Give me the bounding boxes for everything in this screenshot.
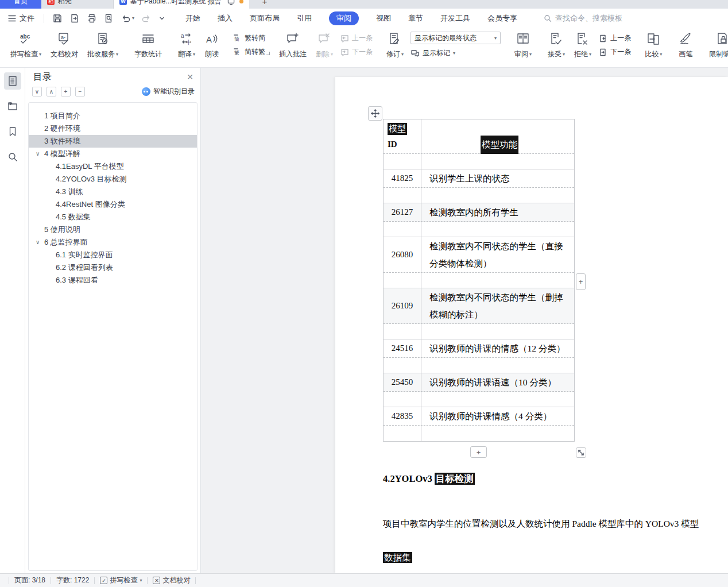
toc-item[interactable]: 3 软件环境: [29, 135, 197, 148]
menu-item-references[interactable]: 引用: [297, 13, 312, 24]
statusbar-spell-check[interactable]: ✓ 拼写检查 ▾: [100, 576, 142, 585]
toc-item[interactable]: 4.1EasyDL 平台模型: [29, 160, 197, 173]
section-heading: 4.2YOLOv3 目标检测: [383, 473, 475, 485]
toc-item[interactable]: 4.3 训练: [29, 186, 197, 198]
table-row[interactable]: 26109检测教室内不同状态的学生（删掉模糊的标注）: [384, 288, 574, 324]
expand-all-button[interactable]: ∨: [32, 87, 42, 96]
menu-item-section[interactable]: 章节: [408, 13, 423, 24]
simp-to-trad-button[interactable]: 繁 简转繁: [233, 47, 265, 57]
document-canvas[interactable]: 模型 ID 模型功能 41825识别学生上课的状态26127检测教室内的所有学生…: [201, 68, 728, 573]
dialog-launcher-icon[interactable]: [266, 52, 270, 55]
rail-search-button[interactable]: [4, 148, 21, 165]
toc-item[interactable]: 5 使用说明: [29, 223, 197, 236]
menu-item-page-layout[interactable]: 页面布局: [250, 13, 280, 24]
eye-protect-icon[interactable]: [227, 0, 235, 5]
document-page[interactable]: 模型 ID 模型功能 41825识别学生上课的状态26127检测教室内的所有学生…: [335, 77, 728, 573]
next-comment-button[interactable]: 下一条: [340, 47, 373, 57]
new-tab-button[interactable]: +: [256, 0, 273, 9]
tab-document[interactable]: W 基于Paddle...时监测系统 报告: [114, 0, 249, 9]
toc-item-label: 4.5 数据集: [56, 213, 91, 221]
menu-item-member[interactable]: 会员专享: [487, 13, 517, 24]
brush-button[interactable]: 画笔: [678, 32, 693, 59]
add-column-button[interactable]: +: [576, 273, 586, 290]
table-resize-handle[interactable]: [576, 447, 586, 458]
undo-button[interactable]: ▾: [121, 14, 134, 23]
toc-item[interactable]: 4.4RestNet 图像分类: [29, 198, 197, 211]
model-id-cell: 25450: [384, 373, 421, 391]
table-row[interactable]: 24516识别教师的讲课的情感（12 分类）: [384, 339, 574, 358]
toc-item[interactable]: 6.3 课程回看: [29, 274, 197, 287]
markup-state-dropdown[interactable]: 显示标记的最终状态 ▾: [411, 32, 501, 44]
toc-item[interactable]: 2 硬件环境: [29, 122, 197, 135]
accept-button[interactable]: 接受▾: [548, 32, 565, 59]
tab-home[interactable]: 首页: [0, 0, 41, 9]
table-move-handle[interactable]: [368, 106, 382, 121]
spell-check-button[interactable]: abc 拼写检查▾: [10, 32, 41, 59]
menu-item-view[interactable]: 视图: [376, 13, 391, 24]
divider: [195, 577, 196, 584]
table-row[interactable]: 25450识别教师的讲课语速（10 分类）: [384, 373, 574, 392]
spacer-cell: [421, 154, 574, 169]
chevron-down-icon[interactable]: ∨: [36, 236, 40, 249]
toc-item[interactable]: 4.2YOLOv3 目标检测: [29, 173, 197, 186]
menu-item-start[interactable]: 开始: [185, 13, 200, 24]
menu-item-review[interactable]: 审阅: [329, 11, 359, 25]
model-id-cell: 26127: [384, 203, 421, 221]
trad-to-simp-button[interactable]: 简 繁转简: [233, 33, 265, 43]
menu-item-insert[interactable]: 插入: [218, 13, 233, 24]
smart-toc-button[interactable]: 智能识别目录: [142, 87, 195, 96]
toc-item[interactable]: ∨6 总监控界面: [29, 236, 197, 249]
read-aloud-button[interactable]: A 朗读: [204, 32, 219, 59]
save-icon[interactable]: [52, 13, 63, 24]
delete-comment-button[interactable]: 删除▾: [316, 32, 333, 59]
doc-proof-button[interactable]: a- 文档校对: [51, 32, 78, 59]
reject-button[interactable]: 拒绝▾: [574, 32, 591, 59]
menu-bar: 文件 ▾ 开始 插入 页面布局 引用 审阅 视图 章节 开发工具 会员专享 查找…: [0, 9, 728, 28]
prev-comment-button[interactable]: 上一条: [340, 33, 373, 43]
close-icon[interactable]: ✕: [187, 72, 193, 82]
model-table[interactable]: 模型 ID 模型功能 41825识别学生上课的状态26127检测教室内的所有学生…: [383, 119, 575, 442]
table-row[interactable]: 26080检测教室内不同状态的学生（直接分类物体检测）: [384, 237, 574, 273]
review-pane-button[interactable]: 审阅▾: [514, 32, 532, 59]
restrict-edit-button[interactable]: 限制编辑: [709, 32, 728, 59]
print-icon[interactable]: [87, 13, 97, 24]
toc-item-label: 6.3 课程回看: [56, 276, 98, 284]
rail-chapter-button[interactable]: [4, 98, 21, 115]
toc-item[interactable]: 4.5 数据集: [29, 211, 197, 223]
export-icon[interactable]: [69, 13, 80, 24]
tab-docer[interactable]: 稻 稻壳: [41, 0, 114, 9]
menu-item-dev-tools[interactable]: 开发工具: [440, 13, 470, 24]
rail-outline-button[interactable]: [4, 72, 21, 90]
command-search[interactable]: 查找命令、搜索模板: [544, 13, 622, 24]
toc-item[interactable]: 6.1 实时监控界面: [29, 249, 197, 261]
table-row[interactable]: 26127检测教室内的所有学生: [384, 203, 574, 222]
word-count-button[interactable]: 字数统计: [134, 32, 162, 59]
search-placeholder: 查找命令、搜索模板: [555, 13, 622, 24]
collapse-all-button[interactable]: ∧: [47, 87, 56, 96]
search-icon: [7, 151, 18, 163]
show-markup-button[interactable]: 显示标记 ▾: [411, 48, 501, 58]
chevron-down-icon[interactable]: ∨: [36, 148, 40, 160]
zoom-in-button[interactable]: +: [61, 87, 71, 96]
zoom-out-button[interactable]: −: [75, 87, 85, 96]
table-row[interactable]: 41825识别学生上课的状态: [384, 169, 574, 188]
prev-comment-icon: [340, 34, 349, 43]
translate-button[interactable]: a中 翻译▾: [178, 32, 195, 59]
track-changes-button[interactable]: 修订▾: [386, 32, 404, 59]
redo-icon[interactable]: [141, 14, 151, 23]
compare-button[interactable]: 比较▾: [645, 32, 662, 59]
file-menu-button[interactable]: 文件: [0, 13, 41, 24]
collapse-ribbon-icon[interactable]: [158, 15, 166, 22]
toc-item[interactable]: 6.2 课程回看列表: [29, 261, 197, 274]
add-row-button[interactable]: +: [470, 446, 487, 458]
rail-bookmark-button[interactable]: [4, 123, 21, 140]
prev-change-button[interactable]: 上一条: [598, 33, 631, 43]
next-change-button[interactable]: 下一条: [598, 47, 631, 57]
insert-comment-button[interactable]: 插入批注: [279, 32, 307, 59]
grading-service-button[interactable]: 批改服务▾: [87, 32, 118, 59]
toc-item[interactable]: 1 项目简介: [29, 110, 197, 122]
statusbar-doc-proof[interactable]: ✕ 文档校对: [153, 576, 190, 585]
toc-item[interactable]: ∨4 模型详解: [29, 148, 197, 160]
preview-icon[interactable]: [104, 13, 114, 24]
table-row[interactable]: 42835识别教师的讲课情感（4 分类）: [384, 407, 574, 426]
